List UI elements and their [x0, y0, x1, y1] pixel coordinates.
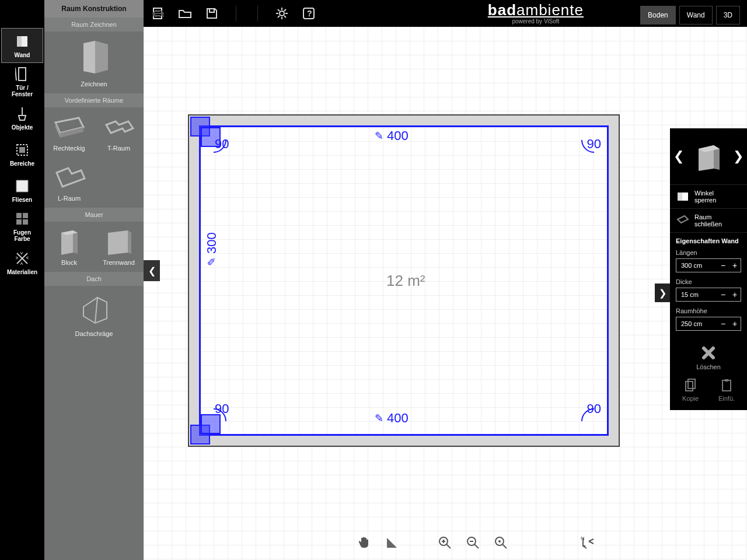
- svg-line-21: [15, 68, 16, 80]
- svg-marker-38: [108, 230, 128, 255]
- tool-block[interactable]: Block: [44, 222, 94, 272]
- angle-tl: 90: [215, 136, 229, 152]
- rail-materialien[interactable]: Materialien: [1, 245, 43, 280]
- option-winkel-sperren[interactable]: Winkel sperren: [670, 184, 747, 208]
- brand-logo: badambiente powered by ViSoft: [488, 1, 584, 24]
- tool-l-raum[interactable]: L-Raum: [44, 158, 94, 208]
- dim-top[interactable]: ✎400: [375, 128, 409, 144]
- svg-rect-18: [17, 36, 22, 47]
- rail-wand[interactable]: Wand: [1, 28, 43, 63]
- dicke-minus[interactable]: −: [717, 290, 729, 299]
- axis-icon[interactable]: N: [581, 535, 596, 550]
- rail-objekte[interactable]: Objekte: [1, 100, 43, 135]
- properties-panel: ❮ ❯ Winkel sperren Raum schließen Eigens…: [670, 128, 747, 410]
- svg-rect-57: [682, 192, 688, 201]
- zoom-fit-icon[interactable]: [493, 535, 508, 550]
- properties-collapse-button[interactable]: ❯: [655, 284, 670, 302]
- svg-rect-26: [16, 213, 22, 218]
- section-mauer: Mauer: [44, 208, 144, 222]
- dim-bottom[interactable]: ✎400: [375, 411, 409, 426]
- tab-3d[interactable]: 3D: [716, 6, 740, 24]
- tab-boden[interactable]: Boden: [640, 6, 676, 24]
- svg-rect-58: [686, 382, 693, 391]
- svg-rect-24: [19, 147, 25, 153]
- svg-marker-30: [83, 41, 95, 74]
- help-icon[interactable]: ?: [302, 7, 315, 20]
- svg-line-15: [284, 9, 286, 11]
- dicke-plus[interactable]: +: [729, 290, 741, 299]
- tool-zeichnen[interactable]: Zeichnen: [44, 32, 144, 93]
- tools-panel: Raum Konstruktion Raum Zeichnen Zeichnen…: [44, 0, 144, 560]
- rail-tuer-fenster[interactable]: Tür / Fenster: [1, 64, 43, 99]
- zoom-in-icon[interactable]: [437, 535, 452, 550]
- laengen-plus[interactable]: +: [729, 261, 741, 270]
- svg-rect-28: [16, 219, 22, 225]
- svg-rect-20: [19, 68, 26, 80]
- angle-bl: 90: [215, 401, 229, 416]
- label-raumhoehe: Raumhöhe: [670, 305, 747, 316]
- rail-fliesen[interactable]: Fliesen: [1, 173, 43, 208]
- field-dicke[interactable]: 15 cm−+: [676, 288, 741, 302]
- redo-icon[interactable]: [152, 7, 165, 20]
- svg-line-47: [474, 544, 479, 548]
- svg-rect-61: [725, 379, 728, 382]
- svg-text:?: ?: [307, 9, 312, 18]
- tool-rechteckig[interactable]: Rechteckig: [44, 107, 94, 158]
- rail-fugenfarbe[interactable]: Fugen Farbe: [1, 209, 43, 244]
- rail-bereiche[interactable]: Bereiche: [1, 136, 43, 172]
- copy-button[interactable]: Kopie: [682, 379, 699, 402]
- view-tabs: Boden Wand 3D: [640, 6, 740, 24]
- element-preview-icon: [692, 139, 725, 173]
- option-raum-schliessen[interactable]: Raum schließen: [670, 208, 747, 232]
- svg-text:N: N: [581, 536, 585, 541]
- field-raumhoehe[interactable]: 250 cm−+: [676, 317, 741, 331]
- dim-left[interactable]: ✎300: [204, 232, 219, 266]
- svg-line-50: [502, 544, 507, 548]
- zoom-out-icon[interactable]: [465, 535, 480, 550]
- raumhoehe-plus[interactable]: +: [729, 319, 741, 328]
- section-vordefiniert: Vordefinierte Räume: [44, 93, 144, 107]
- label-laengen: Längen: [670, 247, 747, 257]
- svg-rect-29: [23, 219, 28, 225]
- settings-icon[interactable]: [275, 7, 288, 20]
- tool-dachschraege[interactable]: Dachschräge: [44, 286, 144, 343]
- paste-button[interactable]: Einfü.: [718, 379, 735, 402]
- save-icon[interactable]: [205, 7, 218, 20]
- svg-rect-60: [722, 380, 731, 391]
- open-icon[interactable]: [179, 7, 191, 20]
- tab-wand[interactable]: Wand: [679, 6, 713, 24]
- svg-marker-36: [73, 230, 78, 254]
- pan-icon[interactable]: [357, 535, 372, 550]
- triangle-icon[interactable]: [385, 535, 400, 550]
- svg-line-13: [284, 16, 286, 18]
- raumhoehe-minus[interactable]: −: [717, 319, 729, 328]
- svg-marker-34: [60, 127, 83, 138]
- left-rail: Wand Tür / Fenster Objekte Bereiche Flie…: [0, 27, 44, 560]
- tools-header: Raum Konstruktion: [44, 0, 144, 18]
- next-element-button[interactable]: ❯: [733, 149, 743, 164]
- room-plan[interactable]: 90 90 90 90 ✎400 ✎400 ✎300 12 m²: [188, 114, 620, 447]
- svg-point-7: [280, 11, 284, 16]
- svg-rect-59: [688, 379, 695, 388]
- angle-br: 90: [587, 401, 601, 416]
- svg-line-43: [446, 544, 451, 548]
- prev-element-button[interactable]: ❮: [673, 149, 684, 164]
- tool-trennwand[interactable]: Trennwand: [94, 222, 144, 272]
- svg-rect-56: [678, 192, 682, 201]
- properties-title: Eigenschaften Wand: [670, 232, 747, 247]
- section-zeichnen: Raum Zeichnen: [44, 18, 144, 32]
- tool-t-raum[interactable]: T-Raum: [94, 107, 144, 158]
- delete-button[interactable]: Löschen: [670, 334, 747, 373]
- room-area-label: 12 m²: [386, 272, 425, 290]
- laengen-minus[interactable]: −: [717, 261, 729, 270]
- field-laengen[interactable]: 300 cm−+: [676, 258, 741, 272]
- angle-tr: 90: [587, 136, 601, 152]
- svg-rect-25: [16, 180, 28, 192]
- tools-collapse-button[interactable]: ❮: [144, 260, 160, 281]
- canvas-toolbar: N: [287, 530, 665, 555]
- svg-rect-19: [22, 36, 27, 47]
- svg-marker-39: [128, 230, 131, 254]
- svg-line-12: [278, 9, 280, 11]
- svg-rect-27: [23, 213, 28, 218]
- svg-marker-31: [95, 41, 108, 74]
